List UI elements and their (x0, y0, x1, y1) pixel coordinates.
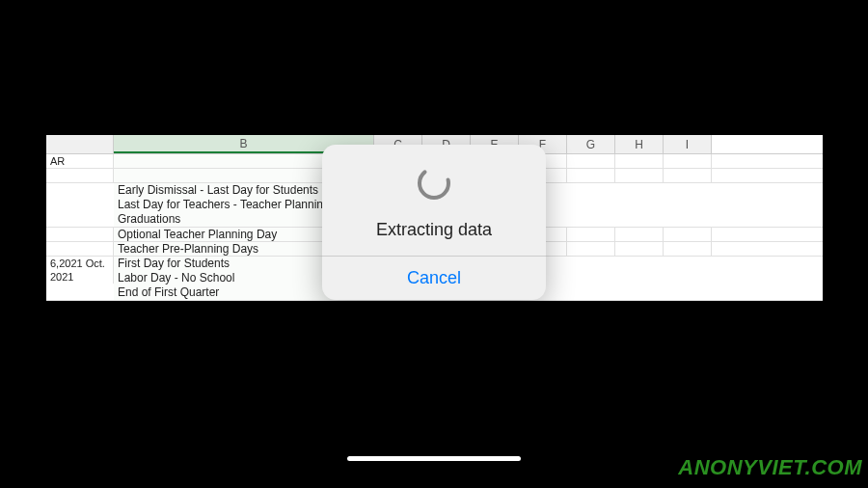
col-header-g[interactable]: G (567, 135, 615, 153)
cell[interactable] (615, 154, 664, 168)
watermark: ANONYVIET.COM (678, 455, 862, 480)
cell[interactable] (664, 169, 712, 182)
cell[interactable] (46, 169, 114, 182)
cancel-button[interactable]: Cancel (322, 257, 546, 300)
spinner-icon (415, 164, 453, 203)
cell[interactable] (664, 242, 712, 256)
cell[interactable] (567, 169, 615, 182)
col-header-i[interactable]: I (664, 135, 712, 153)
cell[interactable] (615, 242, 664, 256)
cell[interactable] (615, 228, 664, 241)
cell[interactable] (46, 228, 114, 241)
cell[interactable]: 6,2021 Oct. 2021 (46, 257, 114, 284)
cell[interactable] (615, 169, 664, 182)
cell[interactable] (46, 242, 114, 256)
modal-title: Extracting data (338, 220, 530, 240)
cell[interactable] (567, 242, 615, 256)
col-header-h[interactable]: H (615, 135, 664, 153)
cell[interactable]: AR (46, 154, 114, 168)
col-header-a[interactable] (46, 135, 114, 153)
home-indicator[interactable] (347, 456, 521, 461)
cell[interactable] (664, 154, 712, 168)
cell[interactable] (567, 228, 615, 241)
modal-body: Extracting data (322, 145, 546, 256)
svg-point-0 (420, 169, 448, 198)
cell[interactable] (664, 228, 712, 241)
cell[interactable] (567, 154, 615, 168)
progress-modal: Extracting data Cancel (322, 145, 546, 300)
